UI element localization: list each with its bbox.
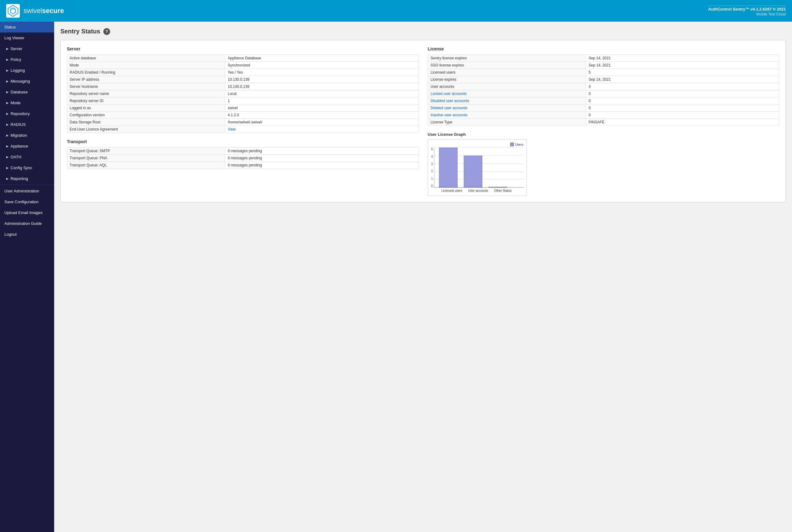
license-locked-value: 0: [586, 90, 779, 97]
swivel-logo-icon: [6, 4, 20, 18]
server-config-version-value: 4.1.2.0: [225, 112, 418, 119]
license-licensed-users-label: Licensed users: [428, 69, 586, 76]
license-table: Sentry license expires Sep 14, 2021 SSO …: [428, 54, 780, 126]
sidebar-label-log-viewer: Log Viewer: [4, 36, 24, 40]
graph-section: User License Graph Users 5 4: [428, 132, 780, 196]
sidebar-label-administration-guide: Administration Guide: [4, 221, 42, 226]
legend-color-box: [510, 142, 514, 146]
server-hostname-value: 10.130.0.139: [225, 83, 418, 90]
table-row: User accounts 4: [428, 83, 779, 90]
license-disabled-value: 0: [586, 97, 779, 104]
logo-text: swivelsecure: [23, 7, 64, 15]
table-row: RADIUS Enabled / Running Yes / Yes: [67, 69, 419, 76]
x-label-licensed: Licensed users: [438, 189, 466, 192]
sidebar-item-oath[interactable]: ▶ OATH: [0, 152, 54, 163]
sidebar-item-logging[interactable]: ▶ Logging: [0, 65, 54, 76]
y-label-1: 1: [431, 177, 433, 180]
x-axis-labels: Licensed users User accounts Other Statu…: [438, 189, 524, 192]
sidebar-item-administration-guide[interactable]: Administration Guide: [0, 218, 54, 229]
transport-aql-value: 0 messages pending: [225, 162, 418, 169]
sidebar-item-database[interactable]: ▶ Database: [0, 87, 54, 97]
server-repo-name-label: Repository server name: [67, 90, 225, 97]
help-icon[interactable]: ?: [103, 28, 110, 35]
chart-body: 5 4 3 2 1 0: [431, 148, 524, 188]
sidebar-item-migration[interactable]: ▶ Migration: [0, 130, 54, 141]
sidebar-label-oath: OATH: [11, 155, 21, 159]
arrow-icon-repository: ▶: [6, 112, 9, 115]
sidebar-label-migration: Migration: [11, 133, 27, 138]
table-row: Sentry license expires Sep 14, 2021: [428, 55, 779, 62]
header-info: AuthControl Sentry™ v4.1.2.6287 © 2021 M…: [708, 5, 786, 16]
y-label-5: 5: [431, 148, 433, 151]
transport-section: Transport Transport Queue: SMTP 0 messag…: [67, 139, 419, 169]
y-label-2: 2: [431, 170, 433, 173]
table-row: Repository server name Local: [67, 90, 419, 97]
table-row: Server IP address 10.130.0.139: [67, 76, 419, 83]
server-eula-label: End User Licence Agreement: [67, 126, 225, 133]
arrow-icon-messaging: ▶: [6, 79, 9, 83]
sidebar-item-logout[interactable]: Logout: [0, 229, 54, 240]
server-logged-in-value: swivel: [225, 104, 418, 112]
table-row: Inactive user accounts 0: [428, 112, 779, 119]
sidebar-item-status[interactable]: Status: [0, 22, 54, 33]
inactive-accounts-link[interactable]: Inactive user accounts: [431, 113, 468, 117]
arrow-icon-config-sync: ▶: [6, 166, 9, 170]
server-repo-name-value: Local: [225, 90, 418, 97]
sidebar-item-radius[interactable]: ▶ RADIUS: [0, 119, 54, 130]
disabled-accounts-link[interactable]: Disabled user accounts: [431, 99, 469, 103]
server-data-storage-label: Data Storage Root: [67, 119, 225, 126]
table-row: Logged in as swivel: [67, 104, 419, 112]
sidebar-item-appliance[interactable]: ▶ Appliance: [0, 141, 54, 152]
deleted-accounts-link[interactable]: Deleted user accounts: [431, 106, 468, 110]
y-axis: 5 4 3 2 1 0: [431, 148, 434, 188]
sidebar-item-log-viewer[interactable]: Log Viewer: [0, 33, 54, 43]
server-ip-value: 10.130.0.139: [225, 76, 418, 83]
arrow-icon-migration: ▶: [6, 134, 9, 137]
sidebar-item-repository[interactable]: ▶ Repository: [0, 108, 54, 119]
server-table: Active database Appliance Database Mode …: [67, 54, 419, 133]
sidebar-label-user-administration: User Administration: [4, 189, 39, 193]
sidebar-item-messaging[interactable]: ▶ Messaging: [0, 76, 54, 87]
server-mode-label: Mode: [67, 62, 225, 69]
transport-smtp-value: 0 messages pending: [225, 148, 418, 155]
server-ip-label: Server IP address: [67, 76, 225, 83]
license-sentry-expires-label: Sentry license expires: [428, 55, 586, 62]
sidebar-label-reporting: Reporting: [11, 176, 28, 181]
sidebar-item-reporting[interactable]: ▶ Reporting: [0, 173, 54, 184]
server-config-version-label: Configuration version: [67, 112, 225, 119]
sidebar-item-user-administration[interactable]: User Administration: [0, 186, 54, 196]
transport-pna-label: Transport Queue: PNA: [67, 155, 225, 162]
sidebar-item-mode[interactable]: ▶ Mode: [0, 97, 54, 108]
sidebar-item-save-configuration[interactable]: Save Configuration: [0, 196, 54, 207]
x-label-other: Other Status: [491, 189, 515, 192]
page-title: Sentry Status ?: [60, 28, 786, 35]
license-licensed-users-value: 5: [586, 69, 779, 76]
transport-pna-value: 0 messages pending: [225, 155, 418, 162]
app-version-title: AuthControl Sentry™ v4.1.2.6287 © 2021: [708, 7, 786, 12]
logo-area: swivelsecure: [6, 4, 64, 18]
license-deleted-label: Deleted user accounts: [428, 104, 586, 112]
arrow-icon-mode: ▶: [6, 101, 9, 104]
y-label-3: 3: [431, 163, 433, 166]
sidebar: Status Log Viewer ▶ Server ▶ Policy ▶ Lo…: [0, 22, 54, 532]
table-row: Repository server ID 1: [67, 97, 419, 104]
sidebar-item-server[interactable]: ▶ Server: [0, 43, 54, 54]
table-row: SSO license expires Sep 14, 2021: [428, 62, 779, 69]
eula-view-link[interactable]: View: [228, 127, 236, 131]
license-inactive-value: 0: [586, 112, 779, 119]
server-mode-value: Synchronized: [225, 62, 418, 69]
sidebar-item-policy[interactable]: ▶ Policy: [0, 54, 54, 65]
table-row: Locked user accounts 0: [428, 90, 779, 97]
x-label-user-accounts: User accounts: [466, 189, 491, 192]
table-row: Mode Synchronized: [67, 62, 419, 69]
sidebar-label-server: Server: [11, 46, 22, 51]
server-radius-value: Yes / Yes: [225, 69, 418, 76]
table-row: Server hostname 10.130.0.139: [67, 83, 419, 90]
arrow-icon-server: ▶: [6, 47, 9, 51]
sidebar-item-config-sync[interactable]: ▶ Config Sync: [0, 163, 54, 173]
graph-title: User License Graph: [428, 132, 780, 137]
sidebar-item-upload-email-images[interactable]: Upload Email Images: [0, 207, 54, 218]
arrow-icon-policy: ▶: [6, 58, 9, 61]
transport-smtp-label: Transport Queue: SMTP: [67, 148, 225, 155]
locked-accounts-link[interactable]: Locked user accounts: [431, 92, 467, 96]
